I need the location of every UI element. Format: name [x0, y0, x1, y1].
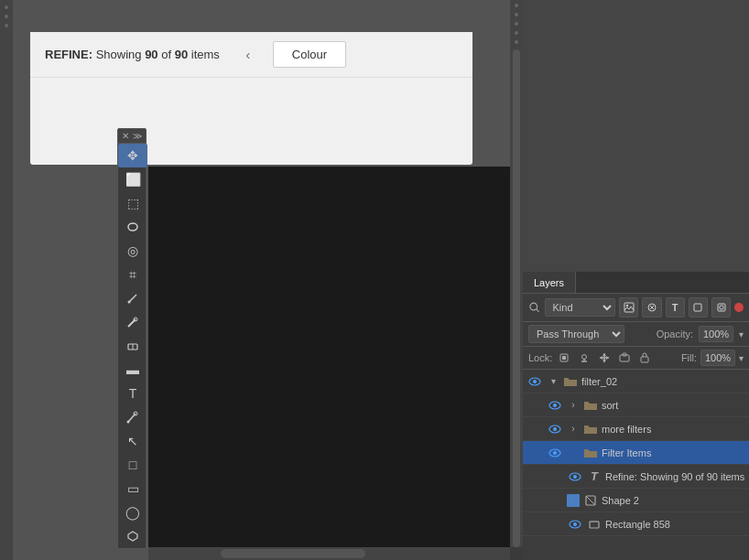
lock-artboards-btn[interactable] — [616, 350, 633, 366]
refine-label: REFINE: — [45, 48, 92, 61]
layer-row[interactable]: T Refine: Showing 90 of 90 items — [523, 465, 749, 489]
lock-position-btn[interactable] — [576, 350, 592, 366]
lock-fill-row: Lock: — [523, 347, 749, 370]
type-tool[interactable]: T — [118, 382, 147, 405]
ellipse-tool[interactable]: ◯ — [118, 501, 147, 524]
refine-nav-back[interactable]: ‹ — [238, 45, 258, 65]
folder-icon — [583, 400, 598, 411]
rect-layer-icon — [587, 517, 602, 532]
refine-panel: REFINE: Showing 90 of 90 items ‹ Colour — [30, 32, 472, 165]
layer-row[interactable]: Rectangle 858 — [523, 512, 749, 536]
filter-adjustment-btn[interactable] — [642, 297, 661, 318]
corner-resize — [510, 547, 523, 560]
layer-expand-toggle[interactable]: ▾ — [547, 375, 559, 388]
svg-rect-18 — [718, 304, 725, 311]
rect-tool[interactable]: □ — [118, 453, 147, 477]
toolbox-header: ✕ ≫ — [118, 129, 146, 144]
svg-point-0 — [128, 223, 137, 231]
layer-visibility-toggle[interactable] — [547, 445, 563, 461]
eyedropper-tool[interactable] — [118, 286, 147, 310]
scroll-dot — [515, 13, 518, 16]
shape-filter-icon — [692, 302, 703, 313]
move-tool[interactable]: ✥ — [118, 144, 147, 167]
layer-folder-icon — [583, 398, 598, 413]
eye-icon — [548, 425, 561, 434]
fill-arrow[interactable]: ▾ — [739, 353, 744, 363]
filter-shape-btn[interactable] — [689, 297, 708, 318]
eraser-tool[interactable] — [118, 334, 147, 358]
layer-visibility-toggle[interactable] — [567, 516, 583, 533]
shape-tool[interactable]: ▬ — [118, 358, 147, 382]
artboard-tool[interactable]: ⬜ — [118, 167, 147, 191]
scroll-dot — [515, 31, 518, 35]
blend-mode-select[interactable]: Pass Through Normal Dissolve Multiply Sc… — [528, 325, 624, 343]
layer-visibility-toggle[interactable] — [567, 468, 583, 485]
opacity-arrow[interactable]: ▾ — [739, 329, 744, 339]
layer-folder-icon — [583, 422, 598, 436]
lock-all-btn[interactable] — [636, 350, 653, 366]
quick-select-tool[interactable]: ◎ — [118, 239, 147, 263]
layer-row[interactable]: › more filters — [523, 417, 749, 441]
scroll-dot — [515, 4, 518, 7]
right-panel: Layers Kind Name Effect Mode Attribute C… — [523, 0, 749, 560]
image-icon — [624, 302, 635, 313]
filter-type-btn[interactable]: T — [666, 297, 685, 318]
layer-visibility-toggle[interactable] — [547, 397, 563, 414]
filter-smart-btn[interactable] — [711, 297, 731, 318]
layer-expand-toggle[interactable] — [567, 447, 580, 459]
toolbox-close[interactable]: ✕ — [122, 131, 129, 141]
svg-point-10 — [127, 421, 130, 424]
layer-row[interactable]: ▾ filter_02 — [523, 370, 749, 393]
kind-filter-select[interactable]: Kind Name Effect Mode Attribute Color — [545, 298, 615, 317]
vertical-scrollbar-area — [510, 0, 523, 560]
svg-point-22 — [582, 355, 587, 360]
lock-position-icon — [579, 352, 590, 363]
layer-row[interactable]: › sort — [523, 393, 749, 417]
svg-point-15 — [625, 305, 627, 307]
svg-point-3 — [128, 301, 131, 304]
direct-select-tool[interactable]: ↖ — [118, 429, 147, 453]
colour-button[interactable]: Colour — [273, 41, 346, 68]
horizontal-scroll-thumb[interactable] — [221, 549, 365, 558]
edge-dot — [5, 5, 8, 9]
layer-visibility-toggle[interactable] — [526, 373, 543, 390]
layer-expand-toggle[interactable]: › — [567, 423, 580, 436]
eye-icon — [548, 448, 561, 458]
brush-tool[interactable] — [118, 310, 147, 334]
layer-folder-icon — [563, 374, 578, 389]
pen-tool[interactable] — [118, 405, 147, 429]
layer-name: sort — [602, 400, 745, 411]
marquee-tool[interactable]: ⬚ — [118, 191, 147, 215]
lock-move-btn[interactable] — [596, 350, 613, 366]
refine-of: of — [161, 48, 171, 61]
layer-row[interactable]: Shape 2 — [523, 489, 749, 512]
rounded-rect-tool[interactable]: ▭ — [118, 477, 147, 501]
crop-tool[interactable]: ⌗ — [118, 263, 147, 286]
folder-icon — [583, 424, 598, 435]
svg-point-41 — [553, 451, 557, 455]
layer-row[interactable]: Filter Items — [523, 441, 749, 465]
svg-rect-14 — [624, 303, 634, 312]
layer-visibility-toggle[interactable] — [547, 421, 563, 437]
layer-expand-toggle[interactable]: › — [567, 399, 580, 412]
eye-icon — [569, 472, 581, 481]
lock-pixels-btn[interactable] — [556, 350, 572, 366]
fill-value[interactable]: 100% — [700, 350, 735, 366]
layers-tab[interactable]: Layers — [523, 272, 576, 293]
layers-panel: Layers Kind Name Effect Mode Attribute C… — [523, 272, 749, 536]
horizontal-scrollbar[interactable] — [148, 547, 510, 560]
eye-icon — [528, 377, 541, 386]
rect-icon — [588, 518, 601, 531]
lasso-tool[interactable] — [118, 215, 147, 239]
layer-name: Refine: Showing 90 of 90 items — [605, 471, 745, 482]
fill-label: Fill: — [681, 352, 697, 363]
toolbox-panel: ✕ ≫ ✥ ⬜ ⬚ ◎ ⌗ ▬ T ↖ □ ▭ ◯ — [117, 128, 147, 549]
filter-image-btn[interactable] — [619, 297, 638, 318]
refine-count1: 90 — [145, 48, 157, 61]
svg-marker-29 — [600, 356, 602, 360]
layer-visibility-toggle-hidden[interactable] — [567, 494, 580, 507]
opacity-value[interactable]: 100% — [699, 326, 733, 342]
toolbox-grip[interactable]: ≫ — [133, 131, 142, 141]
vertical-scrollbar-thumb[interactable] — [513, 49, 520, 547]
polygon-tool[interactable] — [118, 524, 147, 548]
